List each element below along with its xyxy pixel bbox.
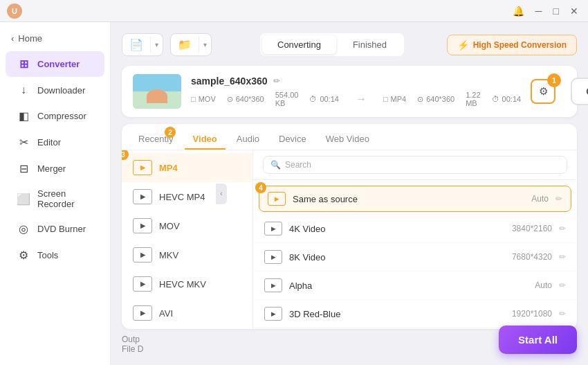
- format-icon-avi: ▶: [133, 305, 152, 321]
- high-speed-label: High Speed Conversion: [473, 40, 567, 50]
- add-file-icon: 📄: [122, 34, 150, 55]
- sidebar-label-merger: Merger: [37, 163, 66, 174]
- sidebar-collapse-btn[interactable]: ‹: [216, 184, 227, 204]
- format-icon-hevc-mp4: ▶: [133, 189, 152, 204]
- sidebar-label-converter: Converter: [37, 59, 80, 69]
- quality-icon-8k-video: ▶: [264, 250, 282, 264]
- format-item-wmv[interactable]: ▶ WMV: [122, 328, 252, 329]
- minimize-icon[interactable]: ─: [533, 4, 545, 18]
- quality-icon-alpha: ▶: [264, 278, 282, 292]
- quality-label-4k-video: 4K Video: [289, 224, 512, 234]
- sidebar-label-screen-recorder: Screen Recorder: [37, 188, 93, 209]
- format-left: 3 ▶ MP4 ▶ HEVC MP4 ▶ MOV ▶ MKV ▶ HEVC MK…: [122, 150, 253, 329]
- format-item-mov[interactable]: ▶ MOV: [122, 211, 252, 240]
- sidebar-icon-dvd-burner: ◎: [17, 222, 30, 235]
- resolution-icon: ⊙: [227, 95, 233, 104]
- dst-duration: ⏱ 00:14: [492, 95, 522, 103]
- quality-label-same-as-source: Same as source: [293, 194, 531, 204]
- quality-edit-same-as-source[interactable]: ✏: [555, 194, 562, 204]
- tab-finished[interactable]: Finished: [338, 35, 402, 54]
- file-row: sample_640x360 ✏ □ MOV ⊙ 640*360: [122, 66, 577, 117]
- convert-button[interactable]: Convert: [571, 78, 588, 105]
- format-tabs-row: RecentlyVideoAudioDeviceWeb Video 2: [122, 124, 577, 150]
- quality-edit-8k-video[interactable]: ✏: [559, 252, 566, 262]
- format-right: 🔍 Search 4 ▶ Same as source Auto ✏ ▶ 4K …: [253, 150, 577, 329]
- search-icon: 🔍: [270, 160, 281, 170]
- maximize-icon[interactable]: □: [551, 4, 562, 18]
- format-tab-video[interactable]: Video: [185, 130, 226, 150]
- quality-icon-4k-video: ▶: [264, 222, 282, 235]
- format-tab-audio[interactable]: Audio: [228, 130, 268, 150]
- add-file-button[interactable]: 📄 ▾: [122, 33, 163, 56]
- quality-item-same-as-source[interactable]: 4 ▶ Same as source Auto ✏: [259, 186, 571, 212]
- add-folder-button[interactable]: 📁 ▾: [170, 33, 212, 56]
- quality-item-8k-video[interactable]: ▶ 8K Video 7680*4320 ✏: [253, 243, 577, 271]
- src-format-icon: □: [191, 95, 196, 103]
- quality-item-alpha[interactable]: ▶ Alpha Auto ✏: [253, 271, 577, 300]
- sidebar-item-dvd-burner[interactable]: ◎ DVD Burner: [6, 216, 104, 242]
- sidebar-item-converter[interactable]: ⊞ Converter: [6, 51, 104, 77]
- format-right-header: 🔍 Search: [253, 150, 577, 180]
- sidebar-item-tools[interactable]: ⚙ Tools: [6, 242, 104, 268]
- tab-converting[interactable]: Converting: [262, 35, 336, 54]
- quality-item-4k-video[interactable]: ▶ 4K Video 3840*2160 ✏: [253, 215, 577, 243]
- sidebar-item-merger[interactable]: ⊟ Merger: [6, 156, 104, 181]
- dst-format-icon: □: [383, 95, 388, 103]
- lightning-icon: ⚡: [457, 39, 469, 51]
- dst-clock-icon: ⏱: [492, 95, 499, 103]
- format-panel-inner: RecentlyVideoAudioDeviceWeb Video 2 3 ▶ …: [122, 124, 577, 329]
- sidebar-item-downloader[interactable]: ↓ Downloader: [6, 78, 104, 103]
- sidebar-icon-downloader: ↓: [17, 84, 30, 96]
- dst-format: □ MP4: [383, 95, 406, 103]
- sidebar-item-screen-recorder[interactable]: ⬜ Screen Recorder: [6, 182, 104, 215]
- file-name-edit-icon[interactable]: ✏: [273, 76, 280, 86]
- file-name: sample_640x360: [191, 75, 268, 87]
- badge-3: 3: [122, 150, 129, 160]
- sidebar-item-compressor[interactable]: ◧ Compressor: [6, 103, 104, 129]
- format-label-mov: MOV: [159, 221, 180, 231]
- back-label: Home: [18, 33, 42, 44]
- file-meta-row: □ MOV ⊙ 640*360 554.00 KB ⏱ 00:14: [191, 91, 521, 107]
- format-item-mkv[interactable]: ▶ MKV: [122, 240, 252, 269]
- user-avatar[interactable]: U: [7, 3, 22, 19]
- quality-label-alpha: Alpha: [289, 281, 535, 291]
- sidebar-icon-converter: ⊞: [17, 57, 30, 71]
- start-all-button[interactable]: Start All: [499, 326, 577, 354]
- quality-resolution-same-as-source: Auto: [531, 194, 549, 204]
- dst-size: 1.22 MB: [466, 91, 480, 107]
- format-item-hevc-mkv[interactable]: ▶ HEVC MKV: [122, 269, 252, 299]
- high-speed-button[interactable]: ⚡ High Speed Conversion: [447, 35, 577, 55]
- format-label-hevc-mkv: HEVC MKV: [159, 279, 206, 290]
- sidebar-back-button[interactable]: ‹ Home: [0, 29, 110, 48]
- quality-edit-alpha[interactable]: ✏: [559, 281, 566, 290]
- quality-edit-3d-red-blue[interactable]: ✏: [559, 309, 566, 319]
- tab-group: Converting Finished: [260, 33, 404, 56]
- badge-2: 2: [165, 127, 176, 138]
- format-item-hevc-mp4[interactable]: ▶ HEVC MP4: [122, 182, 252, 211]
- sidebar-label-dvd-burner: DVD Burner: [37, 224, 86, 234]
- search-placeholder: Search: [285, 160, 311, 170]
- format-tab-device[interactable]: Device: [270, 130, 315, 150]
- settings-btn-wrap: ⚙ 1: [531, 79, 555, 104]
- quality-resolution-3d-red-blue: 1920*1080: [512, 309, 552, 319]
- format-icon-hevc-mkv: ▶: [133, 276, 152, 292]
- format-item-avi[interactable]: ▶ AVI: [122, 299, 252, 328]
- quality-item-3d-red-blue[interactable]: ▶ 3D Red-Blue 1920*1080 ✏: [253, 300, 577, 328]
- sidebar-icon-compressor: ◧: [17, 109, 30, 123]
- sidebar-item-editor[interactable]: ✂ Editor: [6, 130, 104, 155]
- main-content: 📄 ▾ 📁 ▾ Converting Finished ⚡ High Speed…: [111, 22, 588, 365]
- format-label-mkv: MKV: [159, 250, 178, 260]
- clock-icon: ⏱: [309, 95, 317, 103]
- close-icon[interactable]: ✕: [567, 4, 581, 18]
- sidebar-label-tools: Tools: [37, 250, 58, 260]
- format-tab-web-video[interactable]: Web Video: [318, 130, 378, 150]
- format-label-mp4: MP4: [159, 163, 178, 173]
- format-icon-mov: ▶: [133, 218, 152, 233]
- quality-edit-4k-video[interactable]: ✏: [559, 224, 566, 233]
- search-box[interactable]: 🔍 Search: [263, 156, 567, 174]
- format-item-mp4[interactable]: 3 ▶ MP4: [122, 153, 252, 182]
- quality-resolution-4k-video: 3840*2160: [512, 224, 552, 233]
- quality-icon-same-as-source: ▶: [268, 192, 286, 206]
- notification-icon[interactable]: 🔔: [510, 4, 527, 18]
- badge-4: 4: [255, 182, 266, 193]
